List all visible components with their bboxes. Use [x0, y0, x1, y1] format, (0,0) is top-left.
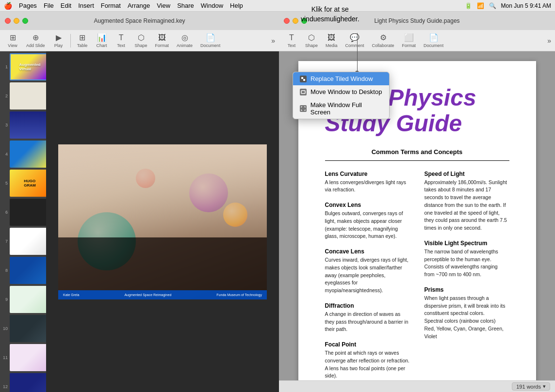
view-label: View: [8, 43, 17, 48]
list-item[interactable]: 4: [2, 141, 44, 168]
animate-label: Animate: [177, 43, 193, 48]
list-item[interactable]: 12: [2, 373, 44, 392]
shape-button[interactable]: ⬡ Shape: [132, 32, 150, 49]
slide-thumb-7[interactable]: [10, 228, 46, 255]
menu-window[interactable]: Window: [201, 2, 223, 9]
text-button[interactable]: T Text: [113, 32, 130, 49]
fullscreen-button[interactable]: [22, 18, 28, 24]
menu-help[interactable]: Help: [230, 2, 243, 9]
toolbar-more-button[interactable]: »: [271, 37, 275, 45]
play-button[interactable]: ▶ Play: [50, 32, 67, 49]
slide-thumb-4[interactable]: [10, 141, 46, 168]
list-item[interactable]: 8: [2, 257, 44, 284]
term-title: Lens Curvature: [325, 171, 410, 177]
slide-thumb-10[interactable]: [10, 315, 46, 342]
svg-rect-1: [303, 79, 305, 81]
document-icon: 📄: [206, 33, 215, 42]
list-item[interactable]: 7: [2, 228, 44, 255]
slide-thumb-3[interactable]: [10, 111, 46, 139]
slide-panel[interactable]: 1 AugmentedVirtual 2 3 4: [0, 51, 46, 392]
pages-minimize-button[interactable]: [293, 18, 298, 24]
chart-icon: 📊: [97, 33, 107, 42]
slide-thumb-6[interactable]: [10, 199, 46, 226]
pages-shape-button[interactable]: ⬡ Shape: [302, 32, 321, 49]
close-button[interactable]: [5, 18, 11, 24]
menu-format[interactable]: Format: [101, 2, 121, 9]
pages-status-bar: 191 words ▾: [279, 380, 555, 392]
term-focal-point: Focal Point The point at which rays or w…: [325, 341, 410, 380]
context-menu-item-desktop[interactable]: Move Window to Desktop: [293, 85, 389, 98]
context-menu-item-replace[interactable]: Replace Tiled Window: [293, 72, 389, 85]
slide-thumb-8[interactable]: [10, 257, 46, 284]
desktop: Augmented Space Reimagined.key ⊞ View ⊕ …: [0, 12, 555, 392]
doc-col-right: Speed of Light Approximately 186,000mi/s…: [424, 171, 509, 380]
term-title: Focal Point: [325, 341, 410, 348]
pages-comment-icon: 💬: [350, 33, 359, 42]
list-item[interactable]: 11: [2, 344, 44, 371]
menu-view[interactable]: View: [157, 2, 170, 9]
pages-collaborate-button[interactable]: ⚙ Collaborate: [369, 32, 397, 49]
menu-share[interactable]: Share: [177, 2, 194, 9]
apple-menu[interactable]: 🍎: [4, 2, 12, 10]
word-count-badge[interactable]: 191 words ▾: [512, 382, 550, 391]
term-title: Prisms: [424, 286, 509, 293]
term-visible-light: Visible Light Spectrum The narrow band o…: [424, 240, 509, 279]
list-item[interactable]: 9: [2, 286, 44, 313]
add-slide-button[interactable]: ⊕ Add Slide: [23, 32, 48, 49]
fullscreen-label: Make Window Full Screen: [310, 101, 382, 116]
pages-document-button[interactable]: 📄 Document: [421, 32, 446, 49]
menubar-right: 🔋 📶 🔍 Mon Jun 5 9:41 AM: [465, 2, 551, 9]
pages-close-button[interactable]: [284, 18, 290, 24]
term-desc: Bulges outward, converges rays of light,…: [325, 210, 410, 240]
slide-thumb-1[interactable]: AugmentedVirtual: [10, 53, 46, 80]
minimize-button[interactable]: [14, 18, 19, 24]
term-title: Concave Lens: [325, 248, 410, 255]
keynote-titlebar: Augmented Space Reimagined.key: [0, 12, 279, 30]
table-button[interactable]: ⊞ Table: [74, 32, 91, 49]
pages-media-button[interactable]: 🖼 Media: [323, 32, 341, 49]
pages-format-icon: ⬜: [404, 33, 414, 42]
slide-thumb-11[interactable]: [10, 344, 46, 371]
slide-thumb-2[interactable]: [10, 82, 46, 110]
slide-image: [58, 144, 267, 299]
pages-format-button[interactable]: ⬜ Format: [399, 32, 419, 49]
list-item[interactable]: 10: [2, 315, 44, 342]
slide-thumb-5[interactable]: HUGOGRAM: [10, 170, 46, 197]
list-item[interactable]: 5 HUGOGRAM: [2, 170, 44, 197]
pages-comment-label: Comment: [345, 43, 364, 48]
list-item[interactable]: 2: [2, 82, 44, 110]
format-icon: 🖼: [158, 33, 166, 42]
list-item[interactable]: 3: [2, 111, 44, 139]
menubar: 🍎 Pages File Edit Insert Format Arrange …: [0, 0, 555, 12]
pages-comment-button[interactable]: 💬 Comment: [343, 32, 367, 49]
animate-button[interactable]: ◎ Animate: [174, 32, 196, 49]
view-button[interactable]: ⊞ View: [4, 32, 21, 49]
slide-canvas: Kate Grela Augmented Space Reimagined Fu…: [58, 144, 267, 299]
pages-text-button[interactable]: T Text: [283, 32, 300, 49]
pages-toolbar-more[interactable]: »: [547, 37, 551, 45]
pages-media-label: Media: [326, 43, 338, 48]
pages-title: Light Physics Study Guide.pages: [374, 17, 459, 24]
pages-collaborate-icon: ⚙: [380, 33, 387, 42]
shape-icon: ⬡: [138, 33, 145, 42]
word-count-text: 191 words: [516, 384, 541, 390]
document-button[interactable]: 📄 Document: [197, 32, 223, 49]
search-icon[interactable]: 🔍: [489, 2, 496, 9]
slide-footer-center: Augmented Space Reimagined: [124, 293, 171, 297]
menu-edit[interactable]: Edit: [61, 2, 71, 9]
keynote-content: 1 AugmentedVirtual 2 3 4: [0, 51, 279, 392]
menu-insert[interactable]: Insert: [78, 2, 94, 9]
list-item[interactable]: 6: [2, 199, 44, 226]
slide-thumb-9[interactable]: [10, 286, 46, 313]
pages-fullscreen-button[interactable]: [301, 18, 307, 24]
menu-pages[interactable]: Pages: [19, 2, 37, 9]
term-desc: A lens converges/diverges light rays via…: [325, 179, 410, 194]
format-button[interactable]: 🖼 Format: [152, 32, 172, 49]
menu-arrange[interactable]: Arrange: [128, 2, 150, 9]
context-menu-item-fullscreen[interactable]: Make Window Full Screen: [293, 98, 389, 119]
word-count-chevron: ▾: [543, 383, 546, 390]
slide-thumb-12[interactable]: [10, 373, 46, 392]
chart-button[interactable]: 📊 Chart: [93, 32, 111, 49]
menu-file[interactable]: File: [44, 2, 54, 9]
list-item[interactable]: 1 AugmentedVirtual: [2, 53, 44, 80]
